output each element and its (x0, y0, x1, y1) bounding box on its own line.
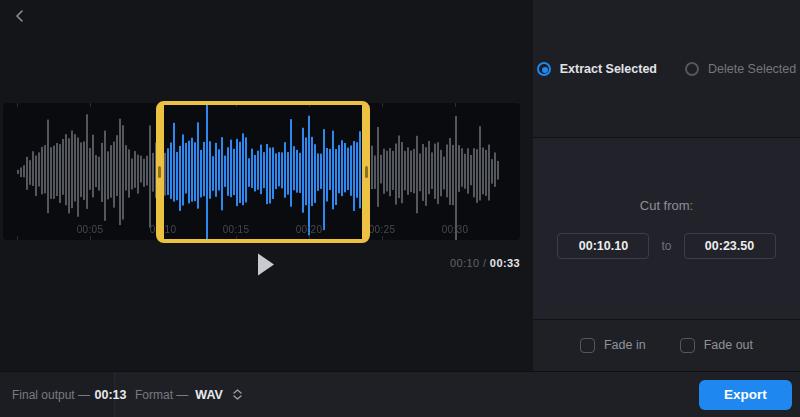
format-group[interactable]: Format — WAV (135, 388, 242, 402)
settings-panel: Extract Selected Delete Selected Cut fro… (533, 0, 800, 371)
selection-region[interactable] (156, 101, 370, 243)
editor-area: 00:05 00:10 00:15 00:20 00:25 00:30 00:1… (0, 0, 533, 371)
play-icon (257, 253, 275, 276)
chevron-down-icon (233, 395, 242, 400)
mode-section: Extract Selected Delete Selected (533, 0, 800, 138)
cut-range-row: to (557, 233, 775, 259)
chevron-left-icon (13, 9, 27, 23)
radio-delete-label: Delete Selected (708, 62, 796, 76)
format-value: WAV (195, 388, 223, 402)
time-tick-label: 00:30 (442, 224, 469, 235)
time-separator: / (483, 257, 486, 269)
back-button[interactable] (8, 4, 32, 28)
final-output-label: Final output — (12, 388, 90, 402)
selection-handle-left[interactable] (158, 166, 161, 178)
current-time: 00:10 (450, 257, 480, 269)
format-stepper[interactable] (233, 389, 242, 400)
total-time: 00:33 (490, 257, 520, 269)
cut-start-input[interactable] (557, 233, 649, 259)
cut-section: Cut from: to (533, 138, 800, 320)
cut-from-title: Cut from: (640, 198, 693, 213)
time-tick-label: 00:25 (369, 224, 396, 235)
audio-cutter-app: 00:05 00:10 00:15 00:20 00:25 00:30 00:1… (0, 0, 800, 417)
time-tick-label: 00:05 (77, 224, 104, 235)
cut-end-input[interactable] (684, 233, 776, 259)
footer-bar: Final output — 00:13 Format — WAV Export (0, 371, 800, 417)
fade-out-label: Fade out (704, 338, 753, 352)
fade-section: Fade in Fade out (533, 320, 800, 370)
radio-extract-label: Extract Selected (560, 62, 657, 76)
radio-delete-selected[interactable]: Delete Selected (685, 62, 796, 76)
fade-out-option[interactable]: Fade out (680, 338, 753, 353)
radio-extract-selected[interactable]: Extract Selected (537, 62, 657, 76)
fade-out-checkbox[interactable] (680, 338, 695, 353)
chevron-up-icon (233, 389, 242, 394)
final-output-group: Final output — 00:13 (0, 372, 115, 417)
format-label: Format — (135, 388, 188, 402)
fade-in-option[interactable]: Fade in (580, 338, 646, 353)
play-button[interactable] (248, 248, 284, 280)
selection-handle-right[interactable] (365, 166, 368, 178)
cut-to-label: to (661, 239, 671, 253)
radio-icon[interactable] (537, 62, 551, 76)
export-button[interactable]: Export (699, 380, 792, 410)
time-display: 00:10 / 00:33 (450, 257, 520, 269)
fade-in-label: Fade in (604, 338, 646, 352)
final-output-value: 00:13 (95, 388, 127, 402)
radio-icon[interactable] (685, 62, 699, 76)
fade-in-checkbox[interactable] (580, 338, 595, 353)
